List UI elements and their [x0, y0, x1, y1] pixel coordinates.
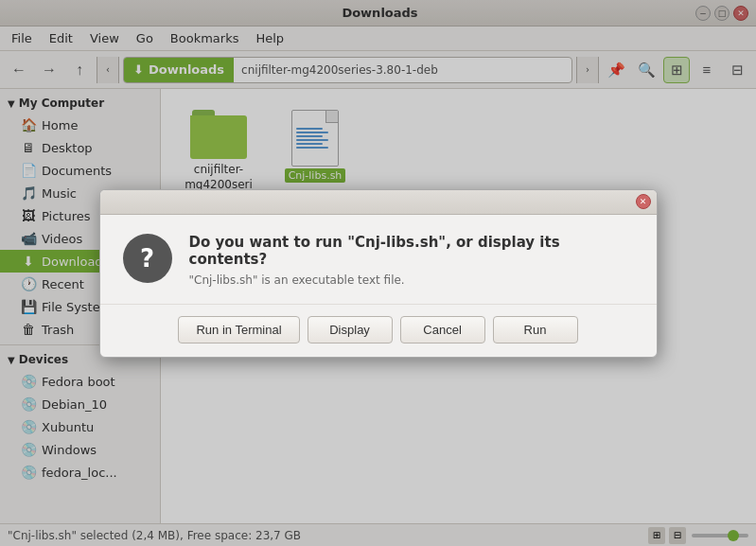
- dialog-question-icon: ?: [123, 234, 172, 283]
- dialog-close-button[interactable]: ✕: [636, 194, 651, 209]
- dialog-subtitle: "Cnj-libs.sh" is an executable text file…: [189, 273, 634, 287]
- dialog-title: Do you want to run "Cnj-libs.sh", or dis…: [189, 234, 634, 268]
- dialog-overlay: ✕ ? Do you want to run "Cnj-libs.sh", or…: [0, 0, 756, 546]
- run-terminal-button[interactable]: Run in Terminal: [178, 316, 299, 343]
- run-button[interactable]: Run: [493, 316, 578, 343]
- dialog-text-content: Do you want to run "Cnj-libs.sh", or dis…: [189, 234, 634, 287]
- question-mark: ?: [140, 244, 154, 273]
- display-button[interactable]: Display: [308, 316, 393, 343]
- dialog-titlebar: ✕: [100, 190, 657, 215]
- cancel-button[interactable]: Cancel: [400, 316, 485, 343]
- file-manager-window: Downloads − □ ✕ File Edit View Go Bookma…: [0, 0, 756, 546]
- dialog-buttons: Run in Terminal Display Cancel Run: [100, 304, 657, 357]
- dialog-body: ? Do you want to run "Cnj-libs.sh", or d…: [100, 215, 657, 304]
- dialog: ✕ ? Do you want to run "Cnj-libs.sh", or…: [99, 189, 658, 358]
